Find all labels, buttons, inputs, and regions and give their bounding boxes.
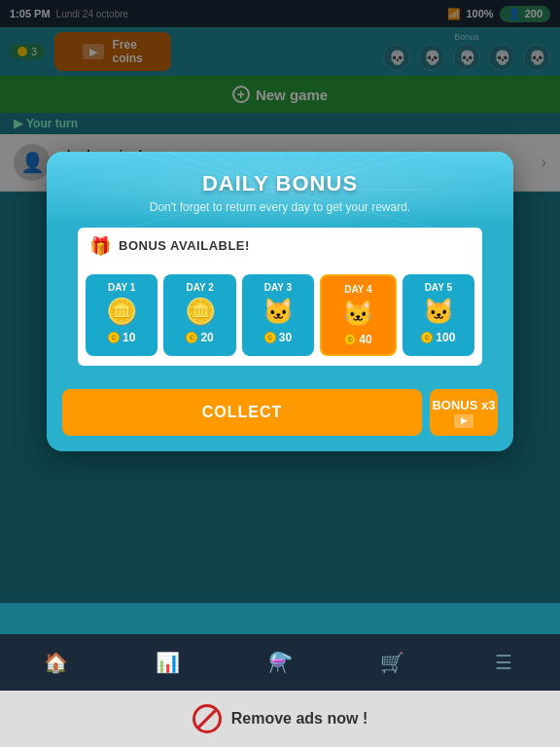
nav-home[interactable]: 🏠	[0, 634, 112, 691]
day-card-2: DAY 2 🪙 © 20	[163, 274, 235, 356]
modal-overlay: DAILY BONUS Don't forget to return every…	[0, 0, 560, 603]
day-1-amount: 10	[122, 331, 135, 344]
daily-bonus-modal: DAILY BONUS Don't forget to return every…	[47, 152, 513, 451]
no-ads-icon	[192, 704, 222, 733]
menu-icon: ☰	[495, 651, 512, 674]
coin-icon-5: ©	[421, 332, 433, 343]
day-1-label: DAY 1	[89, 282, 154, 293]
modal-subtitle: Don't forget to return every day to get …	[66, 200, 494, 214]
bottom-nav: 🏠 📊 ⚗️ 🛒 ☰	[0, 634, 560, 691]
nav-stats[interactable]: 📊	[112, 634, 224, 691]
day-3-emoji: 🐱	[246, 297, 310, 327]
day-2-amount-row: © 20	[167, 331, 231, 344]
bonus-x3-label: BONUS x3	[432, 398, 495, 412]
day-1-emoji: 🪙	[89, 297, 154, 327]
day-5-amount-row: © 100	[406, 331, 471, 344]
cart-icon: 🛒	[380, 651, 404, 674]
gift-icon: 🎁	[89, 235, 111, 257]
day-2-emoji: 🪙	[167, 297, 231, 327]
day-5-amount: 100	[436, 331, 455, 344]
bonus-available-text: BONUS AVAILABLE!	[119, 238, 250, 253]
day-card-4: DAY 4 🐱 © 40	[320, 274, 396, 356]
day-card-5: DAY 5 🐱 © 100	[402, 274, 474, 356]
coin-icon-2: ©	[186, 332, 197, 343]
modal-header: DAILY BONUS Don't forget to return every…	[47, 152, 513, 228]
coin-icon-1: ©	[108, 332, 120, 343]
day-card-3: DAY 3 🐱 © 30	[242, 274, 314, 356]
collect-button[interactable]: COLLECT	[62, 389, 422, 436]
day-5-emoji: 🐱	[406, 297, 471, 327]
nav-filter[interactable]: ⚗️	[224, 634, 335, 691]
bonus-available-bar: 🎁 BONUS AVAILABLE!	[78, 228, 482, 265]
day-1-amount-row: © 10	[89, 331, 154, 344]
days-grid: DAY 1 🪙 © 10 DAY 2 🪙 © 20	[78, 265, 482, 366]
bonus-x3-button[interactable]: BONUS x3 ▶	[430, 389, 498, 436]
filter-icon: ⚗️	[268, 651, 293, 674]
day-3-amount: 30	[279, 331, 292, 344]
day-4-amount-row: © 40	[326, 333, 390, 346]
day-4-emoji: 🐱	[326, 299, 390, 329]
coin-icon-3: ©	[264, 332, 276, 343]
modal-title: DAILY BONUS	[66, 171, 494, 196]
chart-icon: 📊	[156, 651, 180, 674]
remove-ads-bar[interactable]: Remove ads now !	[0, 691, 560, 747]
remove-ads-label: Remove ads now !	[231, 710, 368, 728]
day-card-1: DAY 1 🪙 © 10	[86, 274, 158, 356]
day-2-label: DAY 2	[167, 282, 231, 293]
home-icon: 🏠	[44, 651, 68, 674]
day-3-amount-row: © 30	[246, 331, 310, 344]
nav-menu[interactable]: ☰	[448, 634, 560, 691]
nav-cart[interactable]: 🛒	[336, 634, 448, 691]
day-4-amount: 40	[359, 333, 371, 346]
day-4-label: DAY 4	[326, 284, 390, 295]
coin-icon-4: ©	[344, 334, 356, 345]
day-2-amount: 20	[200, 331, 213, 344]
collect-area: COLLECT BONUS x3 ▶	[47, 389, 513, 451]
collect-label: COLLECT	[202, 404, 283, 421]
day-5-label: DAY 5	[406, 282, 471, 293]
video-icon-small: ▶	[454, 414, 473, 428]
day-3-label: DAY 3	[246, 282, 310, 293]
